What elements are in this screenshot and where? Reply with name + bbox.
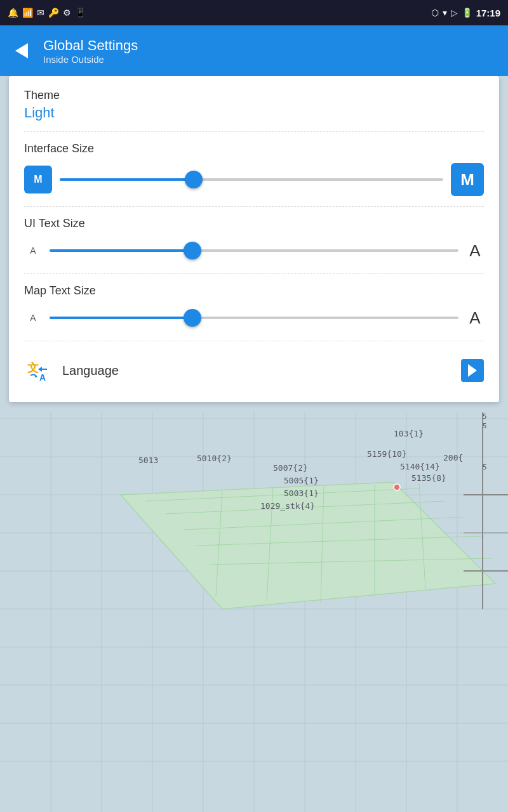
nav-titles: Global Settings Inside Outside [43, 37, 138, 65]
map-text-large-icon: A [466, 308, 484, 328]
svg-text:1029_stk{4}: 1029_stk{4} [260, 501, 315, 511]
theme-section: Theme Light [24, 89, 484, 132]
status-bar: 🔔 📶 ✉ 🔑 ⚙ 📱 ⬡ ▾ ▷ 🔋 17:19 [0, 0, 508, 25]
battery-icon: 🔋 [462, 8, 472, 18]
svg-point-49 [394, 484, 400, 490]
m-large-label: M [460, 170, 474, 190]
ui-text-size-track [50, 249, 458, 252]
interface-size-small-icon: M [24, 166, 52, 193]
app-icon: ⚙ [63, 8, 71, 18]
language-label: Language [62, 363, 451, 378]
map-text-size-slider[interactable] [50, 305, 458, 331]
ui-text-size-section: UI Text Size A A [24, 217, 484, 274]
a-small-label: A [30, 246, 36, 256]
map-text-size-section: Map Text Size A A [24, 284, 484, 341]
svg-text:5140{14}: 5140{14} [400, 462, 440, 471]
page-title: Global Settings [43, 37, 138, 54]
bluetooth-icon: ⬡ [431, 8, 439, 18]
m-small-label: M [34, 174, 42, 185]
svg-text:5010{2}: 5010{2} [197, 454, 232, 463]
ui-text-size-slider-row: A A [24, 238, 484, 263]
interface-size-slider-row: M M [24, 163, 484, 196]
svg-text:5135{8}: 5135{8} [411, 473, 446, 483]
svg-text:5007{2}: 5007{2} [273, 463, 308, 473]
status-bar-left: 🔔 📶 ✉ 🔑 ⚙ 📱 [8, 8, 86, 18]
svg-text:5013: 5013 [138, 455, 158, 465]
time-display: 17:19 [476, 8, 500, 18]
a-large-map-label: A [469, 308, 480, 327]
language-icon: 文 A [24, 357, 52, 384]
back-arrow-icon [15, 43, 28, 58]
interface-size-track [60, 178, 443, 181]
interface-size-thumb[interactable] [185, 171, 203, 188]
svg-text:5005{1}: 5005{1} [284, 476, 319, 485]
ui-text-small-icon: A [24, 245, 42, 256]
key-icon: 🔑 [48, 8, 59, 18]
svg-text:5003{1}: 5003{1} [284, 488, 319, 498]
language-arrow-button[interactable] [461, 359, 484, 382]
chevron-right-icon [468, 364, 477, 377]
interface-size-section: Interface Size M M [24, 142, 484, 207]
notification-icon: 🔔 [8, 8, 18, 18]
mail-icon: ✉ [37, 8, 44, 18]
interface-size-slider[interactable] [60, 167, 443, 192]
ui-text-size-fill [50, 249, 192, 252]
svg-text:5159{10}: 5159{10} [367, 449, 407, 459]
svg-text:200{: 200{ [443, 453, 463, 462]
back-button[interactable] [10, 39, 33, 62]
map-text-size-track [50, 317, 458, 319]
language-section: 文 A Language [24, 351, 484, 390]
status-bar-right: ⬡ ▾ ▷ 🔋 17:19 [431, 8, 500, 18]
svg-text:文: 文 [27, 362, 39, 374]
nav-bar: Global Settings Inside Outside [0, 25, 508, 76]
svg-text:A: A [39, 372, 46, 383]
interface-size-label: Interface Size [24, 142, 484, 155]
signal-icon: ▷ [451, 8, 458, 18]
map-text-size-label: Map Text Size [24, 284, 484, 298]
a-large-label: A [469, 241, 480, 260]
ui-text-size-slider[interactable] [50, 238, 458, 263]
translate-icon: 文 A [25, 358, 51, 383]
theme-label: Theme [24, 89, 484, 102]
ui-text-size-label: UI Text Size [24, 217, 484, 230]
sim-icon: 📶 [22, 8, 33, 18]
theme-value[interactable]: Light [24, 105, 484, 121]
page-subtitle: Inside Outside [43, 54, 138, 65]
interface-size-fill [60, 178, 194, 181]
settings-card: Theme Light Interface Size M M UI Text S… [9, 76, 499, 402]
map-text-size-slider-row: A A [24, 305, 484, 331]
a-small-map-label: A [30, 313, 36, 323]
language-row[interactable]: 文 A Language [24, 351, 484, 390]
app2-icon: 📱 [75, 8, 86, 18]
interface-size-large-icon: M [451, 163, 484, 196]
ui-text-size-thumb[interactable] [184, 242, 201, 259]
svg-text:103{1}: 103{1} [394, 429, 424, 438]
ui-text-large-icon: A [466, 241, 484, 261]
map-text-size-thumb[interactable] [184, 309, 201, 327]
map-text-small-icon: A [24, 312, 42, 324]
wifi-icon: ▾ [443, 8, 447, 18]
map-text-size-fill [50, 317, 192, 319]
